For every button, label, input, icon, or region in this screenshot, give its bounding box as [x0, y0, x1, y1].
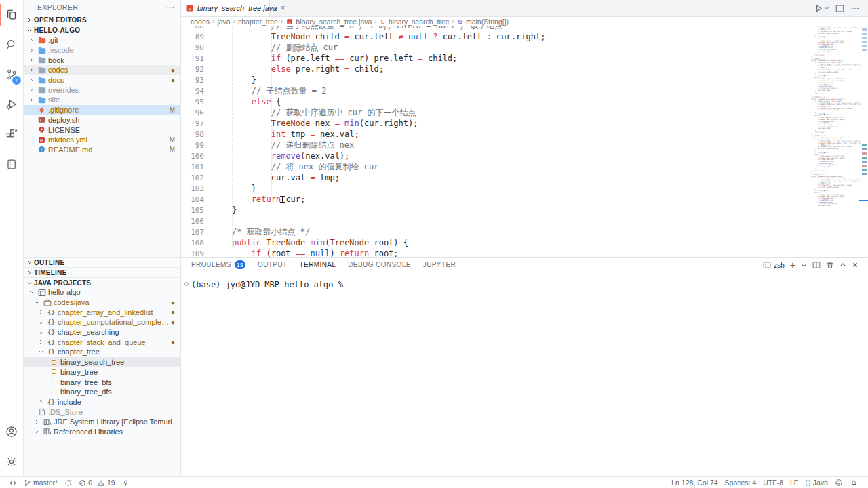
tab-binary-search-tree[interactable]: binary_search_tree.java × [181, 0, 270, 16]
section-outline[interactable]: OUTLINE [24, 257, 180, 267]
problems-status[interactable]: 0 19 [75, 477, 119, 488]
file-row-license[interactable]: LICENSE [24, 125, 180, 135]
panel-tab-debug-console[interactable]: DEBUG CONSOLE [348, 258, 410, 272]
code-line-97[interactable]: 97 TreeNode nex = min(cur.right); [181, 118, 807, 129]
new-terminal-icon[interactable]: + [790, 260, 795, 270]
close-panel-icon[interactable] [852, 262, 859, 268]
tree-row-binary-search-tree[interactable]: binary_search_tree [24, 357, 180, 367]
file-row-site[interactable]: site [24, 95, 180, 105]
search-icon[interactable] [0, 30, 24, 60]
tree-row-chapter-array-and-linkedlist[interactable]: {}chapter_array_and_linkedlist● [24, 307, 180, 317]
git-branch-status[interactable]: master* [20, 477, 61, 488]
code-line-96[interactable]: 96 // 获取中序遍历中 cur 的下一个结点 [181, 107, 807, 118]
maximize-panel-icon[interactable] [840, 262, 846, 268]
code-line-104[interactable]: 104 return cur; [181, 194, 807, 205]
editor-more-actions-icon[interactable]: ⋯ [850, 3, 860, 14]
code-line-101[interactable]: 101 // 将 nex 的值复制给 cur [181, 161, 807, 172]
tree-row-hello-algo[interactable]: hello-algo [24, 287, 180, 298]
terminal-command-decoration[interactable] [184, 282, 189, 286]
language-indicator[interactable]: { } Java [802, 479, 831, 487]
extensions-icon[interactable] [0, 119, 24, 149]
trash-icon[interactable] [826, 261, 834, 269]
code-line-91[interactable]: 91 if (pre.left == cur) pre.left = child… [181, 53, 807, 64]
code-line-103[interactable]: 103 } [181, 183, 807, 194]
encoding-indicator[interactable]: UTF-8 [760, 479, 787, 487]
code-line-102[interactable]: 102 cur.val = tmp; [181, 172, 807, 183]
run-button[interactable] [814, 4, 829, 13]
tree-row-chapter-searching[interactable]: {}chapter_searching [24, 327, 180, 338]
code-line-99[interactable]: 99 // 递归删除结点 nex [181, 140, 807, 150]
code-line-109[interactable]: 109 if (root == null) return root; [181, 248, 807, 257]
explorer-icon[interactable] [0, 0, 24, 30]
account-icon[interactable] [0, 417, 24, 447]
tab-close-icon[interactable]: × [280, 3, 285, 13]
settings-gear-icon[interactable] [0, 447, 24, 476]
code-line-100[interactable]: 100 remove(nex.val); [181, 150, 807, 161]
file-row--gitignore[interactable]: .gitignoreM [24, 105, 180, 115]
eol-indicator[interactable]: LF [787, 479, 802, 487]
sync-icon[interactable] [61, 477, 75, 488]
code-editor[interactable]: 88 // 当子结点数量 = 0 / 1 时, child = null / 该… [181, 26, 868, 257]
file-row-mkdocs-yml[interactable]: Mmkdocs.ymlM [24, 135, 180, 145]
file-row-deploy-sh[interactable]: deploy.sh [24, 115, 180, 125]
source-control-icon[interactable]: 7 [0, 60, 24, 89]
file-row-docs[interactable]: docs● [24, 75, 180, 85]
explorer-more-actions-icon[interactable]: ··· [166, 3, 176, 12]
code-line-94[interactable]: 94 // 子结点数量 = 2 [181, 85, 807, 96]
terminal-picker[interactable]: zsh [763, 261, 785, 269]
file-row--git[interactable]: .git [24, 35, 180, 45]
breadcrumb-item[interactable]: binary_search_tree.java [285, 18, 372, 26]
tree-row-binary-tree-bfs[interactable]: binary_tree_bfs [24, 377, 180, 387]
code-line-105[interactable]: 105 } [181, 205, 807, 216]
terminal-prompt[interactable]: (base) jyd@JYD-MBP hello-algo % [191, 280, 343, 289]
code-line-93[interactable]: 93 } [181, 75, 807, 85]
breadcrumb-item[interactable]: main(String[]) [457, 18, 509, 26]
panel-tab-problems[interactable]: PROBLEMS19 [191, 258, 245, 272]
tree-row-codes-java[interactable]: codes/java● [24, 298, 180, 308]
minimap[interactable]: // 当子结点数量 = 0 / 1 时, child = null / 该子结点… [808, 26, 861, 207]
tree-row-chapter-stack-and-queue[interactable]: {}chapter_stack_and_queue● [24, 337, 180, 347]
notebook-icon[interactable] [0, 149, 24, 179]
code-line-95[interactable]: 95 else { [181, 96, 807, 107]
panel-tab-jupyter[interactable]: JUPYTER [423, 258, 456, 272]
code-line-88[interactable]: 88 // 当子结点数量 = 0 / 1 时, child = null / 该… [181, 26, 807, 31]
code-line-106[interactable]: 106 [181, 216, 807, 226]
split-editor-icon[interactable] [835, 4, 844, 13]
tree-row-chapter-computational-complexity[interactable]: {}chapter_computational_complexity● [24, 317, 180, 327]
tree-row-binary-tree-dfs[interactable]: binary_tree_dfs [24, 387, 180, 397]
code-line-90[interactable]: 90 // 删除结点 cur [181, 42, 807, 53]
section-root-folder[interactable]: HELLO-ALGO [24, 25, 180, 35]
panel-tab-terminal[interactable]: TERMINAL [300, 258, 336, 272]
tree-row-referenced-libraries[interactable]: Referenced Libraries [24, 427, 180, 437]
panel-tab-output[interactable]: OUTPUT [258, 258, 288, 272]
remote-indicator[interactable] [5, 477, 20, 488]
chevron-down-icon[interactable] [801, 262, 807, 268]
file-row-codes[interactable]: codes● [24, 65, 180, 75]
split-terminal-icon[interactable] [812, 261, 821, 269]
line-col-indicator[interactable]: Ln 128, Col 74 [668, 479, 721, 487]
plug-icon[interactable] [119, 477, 133, 488]
file-row-overrides[interactable]: overrides [24, 85, 180, 95]
notifications-bell-icon[interactable] [846, 479, 861, 487]
section-timeline[interactable]: TIMELINE [24, 267, 180, 277]
file-row-book[interactable]: book [24, 55, 180, 65]
tree-row-chapter-tree[interactable]: {}chapter_tree [24, 347, 180, 357]
code-line-92[interactable]: 92 else pre.right = child; [181, 64, 807, 75]
file-row-readme-md[interactable]: iREADME.mdM [24, 145, 180, 155]
tree-row-include[interactable]: {}include [24, 397, 180, 407]
code-line-108[interactable]: 108 public TreeNode min(TreeNode root) { [181, 237, 807, 248]
feedback-smiley-icon[interactable] [831, 479, 846, 487]
breadcrumb-item[interactable]: codes [191, 18, 210, 26]
code-line-89[interactable]: 89 TreeNode child = cur.left ≠ null ? cu… [181, 31, 807, 42]
tree-row--ds-store[interactable]: .DS_Store [24, 407, 180, 417]
code-line-98[interactable]: 98 int tmp = nex.val; [181, 129, 807, 140]
section-java-projects[interactable]: JAVA PROJECTS [24, 277, 180, 287]
breadcrumb-item[interactable]: binary_search_tree [380, 18, 450, 26]
file-row--vscode[interactable]: .vscode [24, 45, 180, 56]
code-line-107[interactable]: 107 /* 获取最小结点 */ [181, 226, 807, 237]
breadcrumb-item[interactable]: chapter_tree [238, 18, 278, 26]
run-debug-icon[interactable] [0, 89, 24, 119]
indentation-indicator[interactable]: Spaces: 4 [722, 479, 760, 487]
section-open-editors[interactable]: OPEN EDITORS [24, 15, 180, 25]
tree-row-jre-system-library-eclipse-temurin-17-17-[interactable]: JRE System Library [Eclipse Temurin 17 [… [24, 417, 180, 427]
